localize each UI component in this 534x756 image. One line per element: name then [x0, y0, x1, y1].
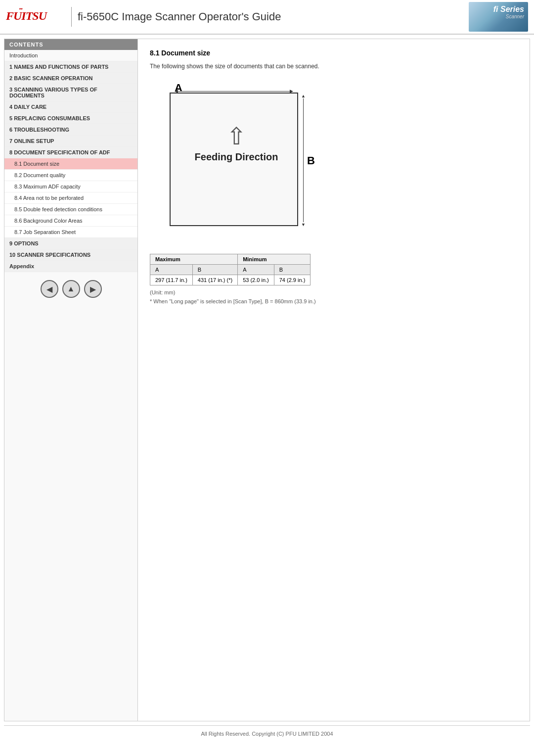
- table-cell-a-min: 53 (2.0 in.): [238, 275, 274, 285]
- sidebar-item-8-4[interactable]: 8.4 Area not to be perforated: [4, 192, 137, 204]
- fujitsu-logo: FÜITSU: [6, 7, 46, 27]
- sidebar-item-8-5[interactable]: 8.5 Double feed detection conditions: [4, 204, 137, 215]
- section-title: 8.1 Document size: [150, 49, 518, 57]
- logo-area: FÜITSU: [6, 7, 65, 27]
- sidebar-item-8-3[interactable]: 8.3 Maximum ADF capacity: [4, 181, 137, 192]
- table-col-b-min: B: [274, 265, 311, 275]
- sidebar-item-8-6[interactable]: 8.6 Background Color Areas: [4, 215, 137, 227]
- sidebar-item-9[interactable]: 9 OPTIONS: [4, 238, 137, 249]
- document-size-table: Maximum Minimum A B A B 297 (11.7 in.) 4…: [150, 254, 311, 285]
- arrow-down-icon: ▼: [301, 222, 306, 227]
- nav-forward-button[interactable]: ▶: [84, 280, 102, 298]
- table-col-b-max: B: [192, 265, 237, 275]
- feeding-arrow-icon: ⇧: [184, 125, 288, 148]
- nav-buttons: ◀ ▲ ▶: [4, 272, 137, 306]
- sidebar-item-introduction[interactable]: Introduction: [4, 50, 137, 61]
- nav-up-button[interactable]: ▲: [62, 280, 80, 298]
- sidebar-item-5[interactable]: 5 REPLACING CONSUMABLES: [4, 113, 137, 124]
- sidebar-item-2[interactable]: 2 BASIC SCANNER OPERATION: [4, 73, 137, 84]
- content-area: 8.1 Document size The following shows th…: [138, 39, 530, 721]
- page-title: fi-5650C Image Scanner Operator's Guide: [78, 10, 469, 23]
- sidebar: CONTENTS Introduction 1 NAMES AND FUNCTI…: [4, 39, 138, 721]
- feeding-direction-area: ⇧ Feeding Direction: [184, 125, 288, 163]
- label-b: B: [307, 154, 315, 167]
- arrow-b: ▲ ▼: [301, 94, 306, 227]
- content-description: The following shows the size of document…: [150, 63, 518, 70]
- sidebar-item-8-2[interactable]: 8.2 Document quality: [4, 170, 137, 181]
- sidebar-item-6[interactable]: 6 TROUBLESHOOTING: [4, 124, 137, 136]
- footnote: * When "Long page" is selected in [Scan …: [150, 298, 518, 304]
- sidebar-header: CONTENTS: [4, 39, 137, 50]
- footer-text: All Rights Reserved. Copyright (C) PFU L…: [201, 731, 333, 737]
- fi-series-badge: fi Series Scanner: [469, 2, 528, 32]
- table-cell-b-max: 431 (17 in.) (*): [192, 275, 237, 285]
- unit-note: (Unit: mm): [150, 289, 518, 295]
- table-col-a-max: A: [150, 265, 193, 275]
- document-size-diagram: A ◀ ▶ ▲ ▼ B ⇧ Feeding Direction: [160, 78, 318, 246]
- page-header: FÜITSU fi-5650C Image Scanner Operator'…: [0, 0, 534, 35]
- fi-series-sub: Scanner: [506, 14, 524, 19]
- table-cell-a-max: 297 (11.7 in.): [150, 275, 193, 285]
- sidebar-item-8[interactable]: 8 DOCUMENT SPECIFICATION OF ADF: [4, 147, 137, 158]
- table-header-maximum: Maximum: [150, 254, 238, 265]
- table-cell-b-min: 74 (2.9 in.): [274, 275, 311, 285]
- fi-series-text: fi Series: [493, 5, 524, 14]
- sidebar-item-8-7[interactable]: 8.7 Job Separation Sheet: [4, 227, 137, 238]
- sidebar-item-3[interactable]: 3 SCANNING VARIOUS TYPES OF DOCUMENTS: [4, 84, 137, 101]
- feeding-label: Feeding Direction: [184, 151, 288, 163]
- arrow-up-icon: ▲: [301, 94, 306, 98]
- sidebar-item-1[interactable]: 1 NAMES AND FUNCTIONS OF PARTS: [4, 61, 137, 73]
- sidebar-item-4[interactable]: 4 DAILY CARE: [4, 101, 137, 113]
- sidebar-item-10[interactable]: 10 SCANNER SPECIFICATIONS: [4, 249, 137, 261]
- table-header-minimum: Minimum: [238, 254, 311, 265]
- table-row: 297 (11.7 in.) 431 (17 in.) (*) 53 (2.0 …: [150, 275, 311, 285]
- main-layout: CONTENTS Introduction 1 NAMES AND FUNCTI…: [4, 39, 530, 721]
- logo-divider: [71, 7, 72, 27]
- nav-back-button[interactable]: ◀: [41, 280, 58, 298]
- sidebar-item-7[interactable]: 7 ONLINE SETUP: [4, 136, 137, 147]
- table-col-a-min: A: [238, 265, 274, 275]
- sidebar-item-appendix[interactable]: Appendix: [4, 261, 137, 272]
- sidebar-item-8-1[interactable]: 8.1 Document size: [4, 158, 137, 170]
- page-footer: All Rights Reserved. Copyright (C) PFU L…: [4, 725, 530, 742]
